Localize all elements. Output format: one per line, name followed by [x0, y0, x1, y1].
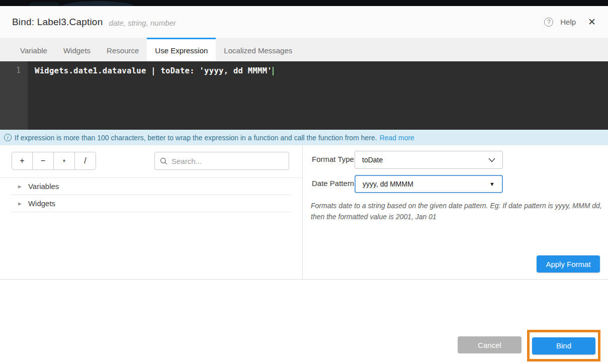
date-pattern-label: Date Pattern — [312, 179, 354, 188]
minus-operator-button[interactable]: − — [33, 152, 54, 170]
triangle-down-icon: ▼ — [489, 181, 495, 187]
divide-operator-button[interactable]: / — [75, 152, 96, 170]
tab-widgets[interactable]: Widgets — [55, 38, 99, 61]
date-pattern-select[interactable]: yyyy, dd MMMM ▼ — [355, 175, 503, 193]
search-icon — [160, 157, 167, 165]
info-text: If expression is more than 100 character… — [15, 134, 377, 142]
close-icon[interactable]: ✕ — [588, 17, 596, 27]
background-shape — [29, 2, 59, 6]
tree-item-label: Widgets — [28, 199, 55, 208]
operators-and-search-row: + − * / — [12, 152, 293, 170]
tab-use-expression[interactable]: Use Expression — [147, 38, 216, 61]
collapsed-caret-icon[interactable]: ▶ — [18, 184, 22, 189]
bind-dialog-screen: Bind: Label3.Caption date, string, numbe… — [0, 0, 608, 364]
tab-bar: Variable Widgets Resource Use Expression… — [0, 38, 608, 61]
line-number: 1 — [16, 66, 21, 75]
help-question-icon[interactable]: ? — [544, 18, 553, 27]
header-actions: ? Help ✕ — [544, 17, 596, 27]
bindable-types-subtitle: date, string, number — [109, 17, 176, 27]
text-cursor — [273, 67, 274, 75]
tree-item-variables[interactable]: ▶ Variables — [11, 178, 291, 195]
collapsed-caret-icon[interactable]: ▶ — [18, 201, 22, 206]
info-bar: i If expression is more than 100 charact… — [0, 130, 608, 145]
bind-button[interactable]: Bind — [532, 337, 595, 354]
format-type-value: toDate — [362, 156, 383, 164]
tree-item-label: Variables — [28, 182, 59, 191]
search-box[interactable] — [154, 152, 289, 170]
dialog-header: Bind: Label3.Caption date, string, numbe… — [0, 6, 608, 38]
page-title: Bind: Label3.Caption — [12, 17, 103, 28]
panels-section: + − * / ▶ Variables — [0, 145, 608, 280]
tree-item-widgets[interactable]: ▶ Widgets — [11, 195, 291, 212]
search-input[interactable] — [171, 157, 284, 165]
help-link[interactable]: Help — [560, 18, 576, 26]
editor-code-area[interactable]: Widgets.date1.datavalue | toDate: 'yyyy,… — [28, 61, 608, 130]
multiply-operator-button[interactable]: * — [54, 152, 75, 170]
background-shape — [60, 1, 136, 6]
tab-resource[interactable]: Resource — [99, 38, 147, 61]
date-pattern-value: yyyy, dd MMMM — [363, 180, 413, 188]
annotation-highlight-box: Bind — [527, 330, 600, 361]
info-icon: i — [4, 134, 12, 141]
format-panel: Format Type toDate Date Pattern yyyy, dd… — [303, 145, 608, 279]
format-type-label: Format Type — [312, 155, 354, 163]
editor-gutter: 1 — [0, 61, 28, 130]
format-description: Formats date to a string based on the gi… — [311, 201, 602, 222]
chevron-down-icon — [488, 158, 495, 162]
bind-source-tree: ▶ Variables ▶ Widgets — [0, 177, 303, 212]
background-app-strip — [0, 0, 608, 6]
cancel-button[interactable]: Cancel — [458, 336, 522, 353]
left-panel: + − * / ▶ Variables — [0, 145, 303, 279]
expression-text: Widgets.date1.datavalue | toDate: 'yyyy,… — [35, 66, 272, 75]
expression-code-editor[interactable]: 1 Widgets.date1.datavalue | toDate: 'yyy… — [0, 61, 608, 130]
plus-operator-button[interactable]: + — [12, 152, 33, 170]
tab-localized-messages[interactable]: Localized Messages — [216, 38, 300, 61]
read-more-link[interactable]: Read more — [380, 134, 414, 142]
format-type-select[interactable]: toDate — [355, 151, 503, 169]
tab-variable[interactable]: Variable — [12, 38, 55, 61]
operator-button-group: + − * / — [12, 152, 96, 170]
apply-format-button[interactable]: Apply Format — [537, 255, 600, 272]
